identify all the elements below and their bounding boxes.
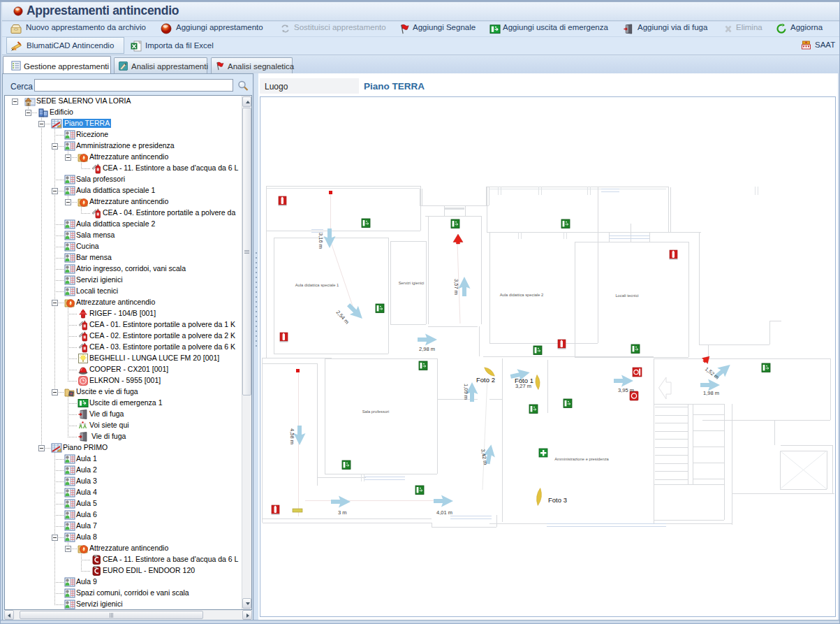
svg-text:Foto 3: Foto 3 — [548, 496, 567, 504]
svg-text:2,54 m: 2,54 m — [335, 309, 351, 325]
svg-text:Locali tecnici: Locali tecnici — [615, 293, 638, 298]
svg-text:3 m: 3 m — [338, 509, 347, 516]
svg-text:Servizi igienici: Servizi igienici — [399, 281, 425, 285]
svg-text:Aula didattica speciale 1: Aula didattica speciale 1 — [295, 283, 339, 287]
svg-text:1,98 m: 1,98 m — [703, 390, 719, 396]
svg-text:Foto 2: Foto 2 — [476, 376, 495, 384]
svg-text:2,98 m: 2,98 m — [419, 346, 435, 352]
svg-text:4,58 m: 4,58 m — [289, 428, 295, 444]
svg-text:4,01 m: 4,01 m — [436, 509, 452, 516]
svg-text:3,57 m: 3,57 m — [453, 279, 459, 295]
svg-text:Aula didattica speciale 2: Aula didattica speciale 2 — [500, 293, 544, 297]
svg-text:Sala professori: Sala professori — [362, 409, 390, 414]
svg-text:Amministrazione e presidenza: Amministrazione e presidenza — [554, 457, 609, 461]
svg-text:Foto 1: Foto 1 — [515, 377, 533, 384]
svg-text:3,16 m: 3,16 m — [318, 233, 324, 249]
svg-text:3,95 m: 3,95 m — [618, 387, 634, 393]
svg-text:1,09 m: 1,09 m — [463, 384, 469, 400]
